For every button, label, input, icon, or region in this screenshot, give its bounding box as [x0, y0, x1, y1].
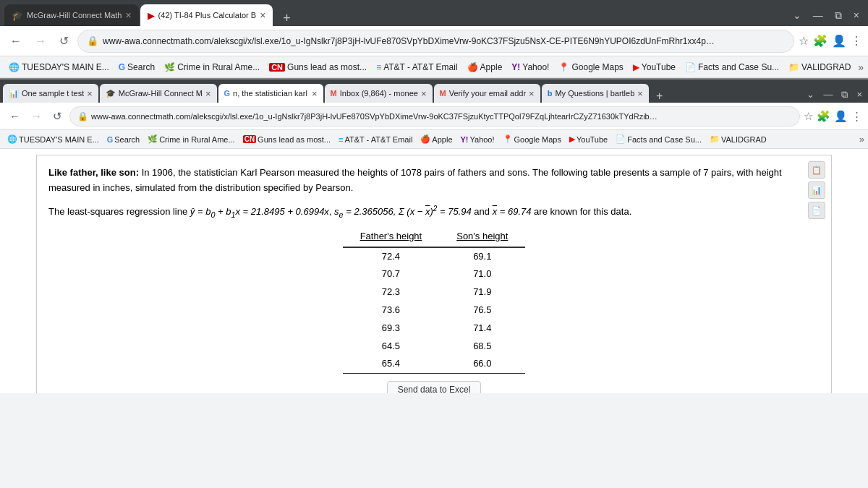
inner-bookmark-btn[interactable]: ☆ [804, 110, 813, 123]
inner-bm-youtube[interactable]: ▶ YouTube [566, 134, 611, 145]
inner-minimize-btn[interactable]: — [820, 88, 835, 101]
inner-tab-close2[interactable]: × [205, 88, 211, 99]
send-excel-btn[interactable]: Send data to Excel [387, 381, 482, 393]
inner-back-btn[interactable]: ← [6, 108, 24, 124]
inner-forward-btn[interactable]: → [27, 108, 46, 124]
inner-tab-title: My Questions | bartleb [555, 89, 634, 98]
inner-bm-apple[interactable]: 🍎 Apple [417, 134, 456, 145]
sidebar-icon-2[interactable]: 📊 [808, 181, 825, 199]
inner-overflow-btn[interactable]: ⌄ [804, 88, 817, 101]
inner-extensions-btn[interactable]: 🧩 [817, 110, 830, 123]
bookmark-facts[interactable]: 📄 Facts and Case Su... [681, 61, 783, 74]
inner-bm-search[interactable]: G Search [103, 134, 143, 145]
bookmarks-more-btn[interactable]: » [858, 61, 864, 73]
table-row: 72.371.9 [343, 283, 526, 301]
table-row: 69.371.4 [343, 320, 526, 338]
google-icon: G [119, 62, 125, 72]
outer-tab-bar: 🎓 McGraw-Hill Connect Math × ▶ (42) TI-8… [0, 0, 868, 26]
regression-line: The least-squares regression line ŷ = b0… [48, 203, 820, 221]
minimize-btn[interactable]: — [809, 8, 827, 23]
sidebar-icon-1[interactable]: 📋 [808, 161, 825, 179]
inner-tab-verify[interactable]: M Verify your email addr × [434, 84, 540, 103]
bookmark-yahoo[interactable]: Y! Yahoo! [507, 61, 553, 74]
inner-bm-yahoo[interactable]: Y! Yahoo! [457, 134, 498, 145]
bookmark-maps[interactable]: 📍 Google Maps [554, 61, 627, 74]
inner-bm-tuesday[interactable]: 🌐 TUESDAY'S MAIN E... [4, 134, 103, 145]
inner-bm-label: TUESDAY'S MAIN E... [19, 135, 99, 144]
inner-restore-btn[interactable]: ⧉ [838, 88, 851, 101]
overflow-btn[interactable]: ⌄ [788, 8, 806, 23]
back-btn[interactable]: ← [6, 32, 26, 51]
inner-bm-att[interactable]: ≡ AT&T - AT&T Email [335, 134, 416, 145]
inner-tab-close[interactable]: × [87, 88, 93, 99]
son-height-cell: 71.4 [439, 320, 525, 338]
bookmark-att[interactable]: ≡ AT&T - AT&T Email [372, 61, 461, 74]
bookmark-youtube[interactable]: ▶ YouTube [629, 61, 680, 74]
inner-bm-label: AT&T - AT&T Email [344, 135, 412, 144]
close-btn[interactable]: × [849, 8, 864, 23]
tab-close-active-icon[interactable]: × [260, 9, 265, 21]
tab-close-icon[interactable]: × [125, 9, 131, 21]
inner-facts-icon: 📄 [616, 134, 626, 144]
bookmark-btn[interactable]: ☆ [799, 34, 809, 48]
inner-tab-onesample[interactable]: 📊 One sample t test × [3, 84, 98, 103]
inner-bm-guns[interactable]: CN Guns lead as most... [239, 134, 334, 145]
inner-bm-label: Google Maps [514, 135, 561, 144]
reload-btn[interactable]: ↺ [55, 31, 73, 51]
inner-bm-more-btn[interactable]: » [859, 134, 864, 145]
bookmark-tuesday[interactable]: 🌐 TUESDAY'S MAIN E... [4, 61, 114, 74]
bookmark-guns[interactable]: CN Guns lead as most... [265, 61, 371, 74]
inner-tab-title: McGraw-Hill Connect M [119, 89, 203, 98]
inner-url-text: www-awa.connectmath.com/alekscgi/x/lsl.e… [91, 112, 792, 121]
inner-bm-validgrad[interactable]: 📁 VALIDGRAD [706, 134, 770, 145]
inner-tab-close6[interactable]: × [637, 88, 643, 99]
inner-tab-close3[interactable]: × [312, 88, 318, 99]
profile-btn[interactable]: 👤 [832, 34, 846, 48]
inner-url-bar[interactable]: 🔒 www-awa.connectmath.com/alekscgi/x/lsl… [69, 106, 800, 127]
inner-tab-bar: 📊 One sample t test × 🎓 McGraw-Hill Conn… [0, 80, 868, 103]
bookmark-apple[interactable]: 🍎 Apple [463, 61, 507, 74]
new-tab-btn[interactable]: + [278, 11, 295, 26]
url-text: www-awa.connectmath.com/alekscgi/x/lsl.e… [103, 36, 785, 46]
outer-url-bar[interactable]: 🔒 www-awa.connectmath.com/alekscgi/x/lsl… [77, 30, 794, 53]
extensions-btn[interactable]: 🧩 [813, 34, 827, 48]
onesample-icon: 📊 [9, 89, 19, 98]
inner-menu-btn[interactable]: ⋮ [851, 110, 862, 123]
inner-bm-crime[interactable]: 🌿 Crime in Rural Ame... [144, 134, 239, 145]
inner-close-btn[interactable]: × [854, 88, 865, 101]
maps-icon: 📍 [558, 62, 569, 72]
restore-btn[interactable]: ⧉ [830, 8, 846, 23]
tab-title: McGraw-Hill Connect Math [27, 11, 122, 20]
forward-btn[interactable]: → [30, 32, 51, 51]
inner-bm-facts[interactable]: 📄 Facts and Case Su... [612, 134, 705, 145]
menu-btn[interactable]: ⋮ [851, 34, 862, 48]
inner-reload-btn[interactable]: ↺ [49, 108, 66, 125]
inbox-icon: M [331, 89, 337, 98]
facts-icon: 📄 [685, 62, 696, 72]
son-height-cell: 71.9 [439, 283, 525, 301]
bookmark-label: Crime in Rural Ame... [177, 62, 260, 72]
tab-mcgrawhill[interactable]: 🎓 McGraw-Hill Connect Math × [4, 4, 139, 26]
inner-tab-inbox[interactable]: M Inbox (9,864) - monee × [325, 84, 433, 103]
inner-tab-close5[interactable]: × [529, 88, 535, 99]
inner-tab-questions[interactable]: b My Questions | bartleb × [542, 84, 649, 103]
bookmark-label: YouTube [642, 62, 676, 72]
inner-tab-close4[interactable]: × [421, 88, 427, 99]
tab-ti84[interactable]: ▶ (42) TI-84 Plus Calculator B × [140, 4, 273, 26]
father-height-cell: 64.5 [343, 338, 440, 356]
inner-tab-statistician[interactable]: G n, the statistician karl × [218, 84, 323, 103]
inner-validgrad-icon: 📁 [710, 134, 720, 144]
win-controls: ⌄ — ⧉ × [788, 8, 864, 26]
bookmark-search[interactable]: G Search [114, 61, 159, 74]
inner-bm-maps[interactable]: 📍 Google Maps [499, 134, 565, 145]
bookmark-label: AT&T - AT&T Email [383, 62, 457, 72]
inner-bm-label: Yahoo! [470, 135, 495, 144]
bookmark-validgrad[interactable]: 📁 VALIDGRAD [784, 61, 855, 74]
inner-profile-btn[interactable]: 👤 [834, 110, 848, 123]
bookmark-crime[interactable]: 🌿 Crime in Rural Ame... [160, 61, 264, 74]
table-row: 73.676.5 [343, 301, 526, 320]
inner-new-tab-btn[interactable]: + [653, 90, 665, 103]
sidebar-icon-3[interactable]: 📄 [808, 202, 825, 219]
inner-tab-mcgraw[interactable]: 🎓 McGraw-Hill Connect M × [100, 84, 217, 103]
apple-icon: 🍎 [467, 62, 478, 72]
